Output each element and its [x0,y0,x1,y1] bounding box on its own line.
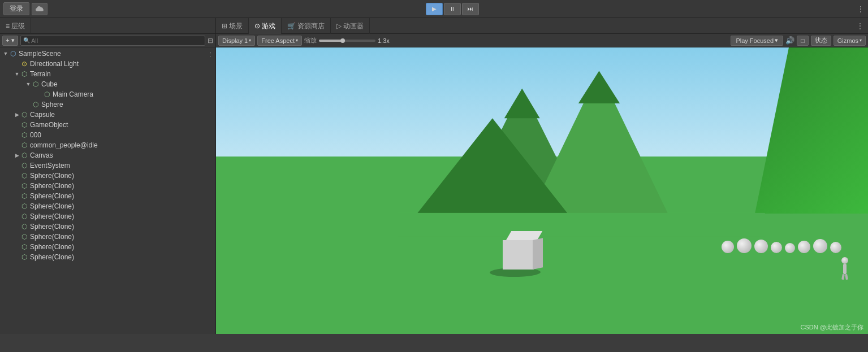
tab-scene[interactable]: ⊞ 场景 [216,18,249,34]
aspect-button[interactable]: Free Aspect ▾ [257,36,302,46]
tree-item-sphere-clone-1[interactable]: ⬡Sphere(Clone) [0,171,215,181]
play-focused-arrow: ▾ [775,37,778,44]
tree-item-capsule[interactable]: ▶ ⬡ Capsule [0,110,215,120]
top-bar-right: ⋮ [857,5,865,14]
sphere-clone-icon: ⬡ [20,202,28,210]
tree-item-maincamera[interactable]: ⬡ Main Camera [0,89,215,99]
grid-icon: ⊞ [222,18,227,34]
login-button[interactable]: 登录 [3,2,29,15]
svg-marker-4 [578,71,619,104]
view-tabs-area: ⊞ 场景 ⊙ 游戏 🛒 资源商店 ▷ 动画器 ⋮ [216,18,868,34]
tree-item-sphere-clone-7[interactable]: ⬡Sphere(Clone) [0,232,215,242]
sphere-5 [785,243,795,253]
sphere-clone-icon: ⬡ [20,253,28,261]
gameobject-icon: ⬡ [20,121,28,129]
tab-hierarchy-label: 层级 [11,18,25,34]
game-toolbar-right: Play Focused ▾ 🔊 □ 状态 Gizmos ▾ [731,36,866,46]
tree-arrow: ▶ [14,112,20,118]
top-bar-left: 登录 [3,2,47,15]
search-icon: 🔍 [23,37,30,44]
char-legs [842,274,848,280]
add-object-button[interactable]: + ▾ [2,36,18,46]
tree-item-sphere-clone-2[interactable]: ⬡Sphere(Clone) [0,181,215,191]
tree-item-sphere[interactable]: ⬡ Sphere [0,99,215,110]
display-label: Display 1 [222,37,248,44]
mountains-svg [360,53,803,231]
tree-label: common_people@idle [30,141,98,149]
search-input[interactable] [31,37,202,44]
cube-3d [503,231,545,271]
aspect-arrow: ▾ [296,38,298,43]
tree-item-dirlight[interactable]: ⊙ Directional Light [0,59,215,69]
cube-front-face [503,240,534,270]
tree-label: 000 [30,131,41,139]
anim-icon: ▷ [336,18,342,34]
tree-item-sphere-clone-8[interactable]: ⬡Sphere(Clone) [0,242,215,252]
tree-item-terrain[interactable]: ▼ ⬡ Terrain [0,69,215,79]
game-toolbar: Display 1 ▾ Free Aspect ▾ 缩放 1.3x Play F… [216,34,868,47]
tab-game-label: 游戏 [262,18,275,34]
game-view: Display 1 ▾ Free Aspect ▾ 缩放 1.3x Play F… [216,34,868,334]
hierarchy-toolbar: + ▾ 🔍 ⊟ [0,34,215,47]
play-button[interactable]: ▶ [426,3,443,15]
tree-label: EventSystem [30,162,70,170]
tree-item-common-people[interactable]: ⬡ common_people@idle [0,140,215,150]
character-figure [841,257,848,280]
hierarchy-panel: + ▾ 🔍 ⊟ ▼ ⬡ SampleScene ⋮ ⊙ Directional … [0,34,216,334]
scene-options[interactable]: ⋮ [208,51,215,57]
tree-item-gameobject[interactable]: ⬡ GameObject [0,120,215,130]
tabs-bar: ≡ 层级 ⊞ 场景 ⊙ 游戏 🛒 资源商店 ▷ 动画器 ⋮ [0,18,868,34]
sphere-3 [754,240,768,253]
display-button[interactable]: Display 1 ▾ [218,36,255,46]
svg-marker-3 [504,89,539,118]
people-icon: ⬡ [20,141,28,149]
search-box: 🔍 [20,36,205,46]
hierarchy-tab-area: ≡ 层级 [0,18,216,34]
zoom-slider[interactable] [319,40,375,42]
mute-icon[interactable]: 🔊 [785,36,794,45]
cloud-button[interactable] [32,3,47,15]
filter-icon[interactable]: ⊟ [208,37,213,45]
aspect-label: Free Aspect [261,37,295,44]
tab-store[interactable]: 🛒 资源商店 [282,18,331,34]
event-icon: ⬡ [20,162,28,170]
tree-item-samplescene[interactable]: ▼ ⬡ SampleScene ⋮ [0,49,215,59]
gamepad-icon: ⊙ [254,18,260,34]
tree-item-sphere-clone-9[interactable]: ⬡Sphere(Clone) [0,252,215,262]
tab-hierarchy[interactable]: ≡ 层级 [0,18,31,34]
play-focused-button[interactable]: Play Focused ▾ [731,36,783,46]
sphere-clone-icon: ⬡ [20,172,28,180]
tree-item-sphere-clone-4[interactable]: ⬡Sphere(Clone) [0,201,215,211]
tree-arrow: ▼ [2,51,9,57]
tree-item-sphere-clone-6[interactable]: ⬡Sphere(Clone) [0,221,215,232]
more-options-button[interactable]: ⋮ [857,5,865,14]
tree-label: Directional Light [30,60,79,68]
status-button[interactable]: 状态 [811,36,831,46]
watermark: CSDN @此镀加之于你 [801,323,863,332]
zoom-slider-fill [319,40,342,42]
tab-game[interactable]: ⊙ 游戏 [249,18,282,34]
step-button[interactable]: ⏭ [462,3,479,15]
scene-icon: ⬡ [9,50,17,58]
gizmos-button[interactable]: Gizmos ▾ [834,36,866,46]
main-layout: + ▾ 🔍 ⊟ ▼ ⬡ SampleScene ⋮ ⊙ Directional … [0,34,868,334]
capsule-icon: ⬡ [20,111,28,119]
terrain-icon: ⬡ [20,70,28,78]
tree-label: Cube [41,80,58,88]
tree-arrow: ▼ [25,81,32,87]
maximize-button[interactable]: □ [797,36,809,46]
tab-animation[interactable]: ▷ 动画器 [331,18,370,34]
tabs-more-icon[interactable]: ⋮ [857,22,863,30]
tree-item-sphere-clone-3[interactable]: ⬡Sphere(Clone) [0,191,215,201]
camera-icon: ⬡ [43,90,51,98]
tree-item-canvas[interactable]: ▶ ⬡ Canvas [0,150,215,160]
light-icon: ⊙ [20,60,28,68]
pause-button[interactable]: ⏸ [444,3,461,15]
sphere-clone-icon: ⬡ [20,212,28,220]
zoom-value: 1.3x [378,37,394,44]
tree-item-sphere-clone-5[interactable]: ⬡Sphere(Clone) [0,211,215,221]
tree-item-000[interactable]: ⬡ 000 [0,130,215,140]
tree-item-eventsystem[interactable]: ⬡ EventSystem [0,160,215,171]
tree-item-cube[interactable]: ▼ ⬡ Cube [0,79,215,89]
tab-scene-label: 场景 [229,18,243,34]
